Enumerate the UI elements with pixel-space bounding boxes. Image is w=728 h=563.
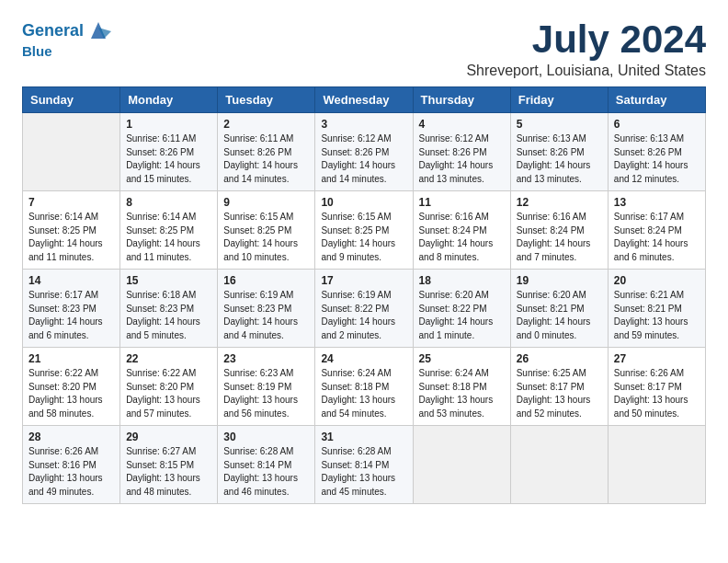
day-number: 18	[419, 274, 505, 287]
day-info: Sunrise: 6:22 AM Sunset: 8:20 PM Dayligh…	[126, 367, 211, 420]
day-info: Sunrise: 6:28 AM Sunset: 8:14 PM Dayligh…	[321, 445, 406, 499]
calendar-cell: 13Sunrise: 6:17 AM Sunset: 8:24 PM Dayli…	[608, 191, 705, 270]
calendar-cell: 21Sunrise: 6:22 AM Sunset: 8:20 PM Dayli…	[23, 348, 120, 426]
day-info: Sunrise: 6:14 AM Sunset: 8:25 PM Dayligh…	[126, 211, 211, 264]
calendar-week-2: 7Sunrise: 6:14 AM Sunset: 8:25 PM Daylig…	[23, 191, 706, 270]
calendar-cell: 10Sunrise: 6:15 AM Sunset: 8:25 PM Dayli…	[315, 191, 413, 270]
calendar-header-row: SundayMondayTuesdayWednesdayThursdayFrid…	[23, 87, 706, 113]
day-info: Sunrise: 6:11 AM Sunset: 8:26 PM Dayligh…	[223, 132, 309, 186]
calendar-cell: 4Sunrise: 6:12 AM Sunset: 8:26 PM Daylig…	[413, 113, 510, 191]
day-info: Sunrise: 6:12 AM Sunset: 8:26 PM Dayligh…	[321, 132, 406, 186]
page-header: General Blue July 2024 Shreveport, Louis…	[22, 18, 706, 79]
calendar-table: SundayMondayTuesdayWednesdayThursdayFrid…	[22, 86, 706, 504]
day-info: Sunrise: 6:18 AM Sunset: 8:23 PM Dayligh…	[126, 289, 211, 342]
day-number: 13	[614, 196, 700, 209]
day-number: 28	[28, 431, 114, 443]
day-number: 23	[223, 352, 309, 365]
day-info: Sunrise: 6:15 AM Sunset: 8:25 PM Dayligh…	[321, 211, 406, 264]
header-day-thursday: Thursday	[413, 87, 510, 113]
calendar-cell: 28Sunrise: 6:26 AM Sunset: 8:16 PM Dayli…	[23, 426, 120, 504]
calendar-cell	[23, 113, 120, 191]
day-number: 30	[223, 431, 309, 443]
calendar-cell: 12Sunrise: 6:16 AM Sunset: 8:24 PM Dayli…	[510, 191, 608, 270]
day-info: Sunrise: 6:15 AM Sunset: 8:25 PM Dayligh…	[223, 211, 309, 264]
day-number: 3	[321, 118, 406, 131]
day-number: 10	[321, 196, 406, 209]
day-info: Sunrise: 6:28 AM Sunset: 8:14 PM Dayligh…	[223, 445, 309, 499]
day-number: 14	[28, 274, 114, 287]
calendar-body: 1Sunrise: 6:11 AM Sunset: 8:26 PM Daylig…	[23, 113, 706, 504]
calendar-cell: 23Sunrise: 6:23 AM Sunset: 8:19 PM Dayli…	[218, 348, 315, 426]
day-info: Sunrise: 6:17 AM Sunset: 8:24 PM Dayligh…	[614, 211, 700, 264]
calendar-cell: 30Sunrise: 6:28 AM Sunset: 8:14 PM Dayli…	[218, 426, 315, 504]
day-number: 9	[223, 196, 309, 209]
day-number: 24	[321, 352, 406, 365]
day-info: Sunrise: 6:24 AM Sunset: 8:18 PM Dayligh…	[419, 367, 505, 420]
calendar-cell: 14Sunrise: 6:17 AM Sunset: 8:23 PM Dayli…	[23, 270, 120, 348]
day-number: 16	[223, 274, 309, 287]
day-number: 6	[614, 118, 700, 131]
calendar-cell: 22Sunrise: 6:22 AM Sunset: 8:20 PM Dayli…	[120, 348, 218, 426]
day-number: 27	[614, 352, 700, 365]
calendar-cell: 17Sunrise: 6:19 AM Sunset: 8:22 PM Dayli…	[315, 270, 413, 348]
day-info: Sunrise: 6:20 AM Sunset: 8:22 PM Dayligh…	[419, 289, 505, 342]
day-info: Sunrise: 6:23 AM Sunset: 8:19 PM Dayligh…	[223, 367, 309, 420]
logo: General Blue	[22, 18, 111, 60]
header-day-wednesday: Wednesday	[315, 87, 413, 113]
logo-blue: Blue	[22, 44, 111, 60]
calendar-cell: 8Sunrise: 6:14 AM Sunset: 8:25 PM Daylig…	[120, 191, 218, 270]
calendar-week-4: 21Sunrise: 6:22 AM Sunset: 8:20 PM Dayli…	[23, 348, 706, 426]
day-number: 4	[419, 118, 505, 131]
calendar-cell: 27Sunrise: 6:26 AM Sunset: 8:17 PM Dayli…	[608, 348, 705, 426]
day-number: 26	[517, 352, 602, 365]
day-number: 12	[517, 196, 602, 209]
location: Shreveport, Louisiana, United States	[466, 63, 706, 79]
day-number: 7	[28, 196, 114, 209]
day-info: Sunrise: 6:16 AM Sunset: 8:24 PM Dayligh…	[517, 211, 602, 264]
header-day-saturday: Saturday	[608, 87, 705, 113]
day-info: Sunrise: 6:11 AM Sunset: 8:26 PM Dayligh…	[126, 132, 211, 186]
day-number: 29	[126, 431, 211, 443]
day-info: Sunrise: 6:20 AM Sunset: 8:21 PM Dayligh…	[517, 289, 602, 342]
day-number: 2	[223, 118, 309, 131]
day-info: Sunrise: 6:25 AM Sunset: 8:17 PM Dayligh…	[517, 367, 602, 420]
day-info: Sunrise: 6:27 AM Sunset: 8:15 PM Dayligh…	[126, 445, 211, 499]
day-number: 17	[321, 274, 406, 287]
day-info: Sunrise: 6:21 AM Sunset: 8:21 PM Dayligh…	[614, 289, 700, 342]
day-info: Sunrise: 6:14 AM Sunset: 8:25 PM Dayligh…	[28, 211, 114, 264]
calendar-cell	[413, 426, 510, 504]
calendar-week-3: 14Sunrise: 6:17 AM Sunset: 8:23 PM Dayli…	[23, 270, 706, 348]
day-number: 15	[126, 274, 211, 287]
day-info: Sunrise: 6:24 AM Sunset: 8:18 PM Dayligh…	[321, 367, 406, 420]
header-day-tuesday: Tuesday	[218, 87, 315, 113]
calendar-cell	[608, 426, 705, 504]
logo-text: General	[22, 18, 111, 44]
calendar-week-1: 1Sunrise: 6:11 AM Sunset: 8:26 PM Daylig…	[23, 113, 706, 191]
calendar-cell: 6Sunrise: 6:13 AM Sunset: 8:26 PM Daylig…	[608, 113, 705, 191]
header-day-friday: Friday	[510, 87, 608, 113]
calendar-cell: 15Sunrise: 6:18 AM Sunset: 8:23 PM Dayli…	[120, 270, 218, 348]
day-info: Sunrise: 6:16 AM Sunset: 8:24 PM Dayligh…	[419, 211, 505, 264]
calendar-cell: 16Sunrise: 6:19 AM Sunset: 8:23 PM Dayli…	[218, 270, 315, 348]
day-info: Sunrise: 6:26 AM Sunset: 8:16 PM Dayligh…	[28, 445, 114, 499]
day-number: 22	[126, 352, 211, 365]
calendar-cell: 26Sunrise: 6:25 AM Sunset: 8:17 PM Dayli…	[510, 348, 608, 426]
day-info: Sunrise: 6:12 AM Sunset: 8:26 PM Dayligh…	[419, 132, 505, 186]
calendar-cell: 18Sunrise: 6:20 AM Sunset: 8:22 PM Dayli…	[413, 270, 510, 348]
calendar-cell: 11Sunrise: 6:16 AM Sunset: 8:24 PM Dayli…	[413, 191, 510, 270]
calendar-cell: 20Sunrise: 6:21 AM Sunset: 8:21 PM Dayli…	[608, 270, 705, 348]
day-info: Sunrise: 6:22 AM Sunset: 8:20 PM Dayligh…	[28, 367, 114, 420]
calendar-week-5: 28Sunrise: 6:26 AM Sunset: 8:16 PM Dayli…	[23, 426, 706, 504]
day-info: Sunrise: 6:19 AM Sunset: 8:23 PM Dayligh…	[223, 289, 309, 342]
title-block: July 2024 Shreveport, Louisiana, United …	[466, 18, 706, 79]
month-title: July 2024	[466, 18, 706, 61]
calendar-cell: 1Sunrise: 6:11 AM Sunset: 8:26 PM Daylig…	[120, 113, 218, 191]
day-number: 8	[126, 196, 211, 209]
day-number: 21	[28, 352, 114, 365]
calendar-cell: 29Sunrise: 6:27 AM Sunset: 8:15 PM Dayli…	[120, 426, 218, 504]
day-number: 5	[517, 118, 602, 131]
day-number: 1	[126, 118, 211, 131]
calendar-cell: 3Sunrise: 6:12 AM Sunset: 8:26 PM Daylig…	[315, 113, 413, 191]
header-day-sunday: Sunday	[23, 87, 120, 113]
day-info: Sunrise: 6:13 AM Sunset: 8:26 PM Dayligh…	[614, 132, 700, 186]
